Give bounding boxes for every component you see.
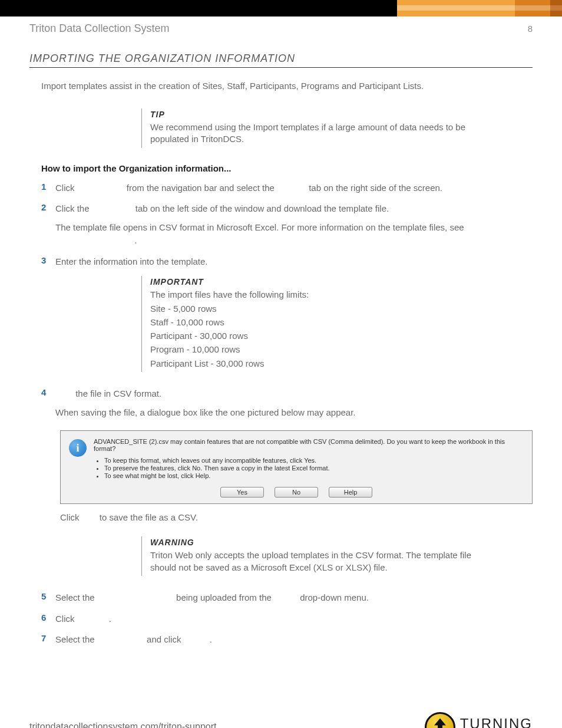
- step-text: the file in CSV format.: [75, 388, 161, 398]
- limit-row: Participant - 30,000 rows: [150, 330, 491, 342]
- step-subtext: .: [134, 235, 137, 245]
- dialog-bullet: To see what might be lost, click Help.: [104, 472, 524, 479]
- step-1: 1 Click from the navigation bar and sele…: [41, 182, 533, 195]
- after-dialog-text: Click to save the file as a CSV.: [60, 511, 533, 523]
- step-5: 5 Select the being uploaded from the dro…: [41, 591, 533, 604]
- step-body: Select the being uploaded from the drop-…: [55, 591, 533, 604]
- step-number: 2: [41, 202, 55, 212]
- page-header: Triton Data Collection System 8: [29, 22, 533, 35]
- step-text: drop-down menu.: [300, 592, 369, 602]
- logo-text: TURNING technologies: [460, 717, 533, 728]
- footer-url: tritondatacollectionsystem.com/triton-su…: [29, 722, 216, 728]
- important-body: The import files have the following limi…: [150, 289, 491, 370]
- step-number: 5: [41, 591, 55, 601]
- step-body: Enter the information into the template.: [55, 255, 533, 268]
- step-3: 3 Enter the information into the templat…: [41, 255, 533, 268]
- step-body: Click the tab on the left side of the wi…: [55, 202, 533, 246]
- turning-logo: TURNING technologies: [425, 712, 533, 728]
- step-text: and click: [147, 634, 184, 644]
- step-body: Click .: [55, 612, 533, 625]
- step-number: 7: [41, 633, 55, 643]
- dialog-message: ADVANCED_SITE (2).csv may contain featur…: [94, 438, 524, 480]
- text: Click: [60, 512, 82, 522]
- dialog-bullet: To keep this format, which leaves out an…: [104, 457, 524, 464]
- tip-callout: TIP We recommend using the Import templa…: [141, 108, 491, 148]
- important-lead: The import files have the following limi…: [150, 289, 491, 301]
- step-text: Click: [55, 614, 77, 624]
- info-icon: i: [69, 439, 87, 457]
- logo-mark: [425, 712, 455, 728]
- step-text: from the navigation bar and select the: [127, 183, 277, 193]
- dialog-yes-button[interactable]: Yes: [220, 487, 264, 498]
- step-text: .: [210, 634, 212, 644]
- tip-label: TIP: [150, 110, 491, 119]
- howto-title: How to import the Organization informati…: [41, 163, 533, 173]
- top-bar: [0, 0, 562, 17]
- dialog-no-button[interactable]: No: [275, 487, 318, 498]
- top-bar-accent: [397, 0, 562, 17]
- step-text: Click: [55, 183, 77, 193]
- step-6: 6 Click .: [41, 612, 533, 625]
- step-number: 6: [41, 612, 55, 622]
- step-text: Enter the information into the template.: [55, 256, 207, 266]
- step-text: Click the: [55, 203, 92, 213]
- limit-row: Participant List - 30,000 rows: [150, 358, 491, 370]
- dialog-question: ADVANCED_SITE (2).csv may contain featur…: [94, 438, 524, 452]
- step-4: 4 the file in CSV format. When saving th…: [41, 387, 533, 419]
- step-text: tab on the left side of the window and d…: [135, 203, 389, 213]
- warning-label: WARNING: [150, 538, 491, 547]
- dialog-help-button[interactable]: Help: [329, 487, 372, 498]
- excel-dialog-screenshot: i ADVANCED_SITE (2).csv may contain feat…: [60, 430, 533, 504]
- limit-row: Staff - 10,000 rows: [150, 317, 491, 328]
- steps-list-continued: 4 the file in CSV format. When saving th…: [41, 387, 533, 419]
- step-text: being uploaded from the: [176, 592, 274, 602]
- step-text: Select the: [55, 634, 97, 644]
- page-number: 8: [528, 24, 533, 34]
- limit-row: Site - 5,000 rows: [150, 303, 491, 315]
- text: to save the file as a CSV.: [100, 512, 198, 522]
- steps-list-final: 5 Select the being uploaded from the dro…: [41, 591, 533, 646]
- step-number: 1: [41, 182, 55, 192]
- step-subtext: The template file opens in CSV format in…: [55, 222, 464, 232]
- logo-text-big: TURNING: [460, 717, 533, 728]
- important-label: IMPORTANT: [150, 277, 491, 286]
- step-body: the file in CSV format. When saving the …: [55, 387, 533, 419]
- arrow-up-icon: [433, 717, 447, 728]
- important-callout: IMPORTANT The import files have the foll…: [141, 276, 491, 372]
- steps-list: 1 Click from the navigation bar and sele…: [41, 182, 533, 268]
- step-7: 7 Select the and click .: [41, 633, 533, 646]
- step-2: 2 Click the tab on the left side of the …: [41, 202, 533, 246]
- tip-text: We recommend using the Import templates …: [150, 121, 491, 146]
- dialog-box: i ADVANCED_SITE (2).csv may contain feat…: [60, 430, 533, 504]
- page-footer: tritondatacollectionsystem.com/triton-su…: [0, 701, 562, 728]
- warning-callout: WARNING Triton Web only accepts the uplo…: [141, 536, 491, 576]
- step-subtext: When saving the file, a dialogue box lik…: [55, 406, 533, 419]
- step-number: 4: [41, 387, 55, 397]
- step-text: tab on the right side of the screen.: [309, 183, 442, 193]
- step-text: .: [109, 614, 111, 624]
- step-number: 3: [41, 255, 55, 265]
- dialog-bullet: To preserve the features, click No. Then…: [104, 465, 524, 472]
- intro-text: Import templates assist in the creation …: [41, 81, 533, 91]
- step-body: Select the and click .: [55, 633, 533, 646]
- step-body: Click from the navigation bar and select…: [55, 182, 533, 195]
- doc-title: Triton Data Collection System: [29, 22, 169, 35]
- section-title: IMPORTING THE ORGANIZATION INFORMATION: [29, 52, 533, 68]
- step-text: Select the: [55, 592, 97, 602]
- limit-row: Program - 10,000 rows: [150, 344, 491, 355]
- warning-text: Triton Web only accepts the upload templ…: [150, 549, 491, 574]
